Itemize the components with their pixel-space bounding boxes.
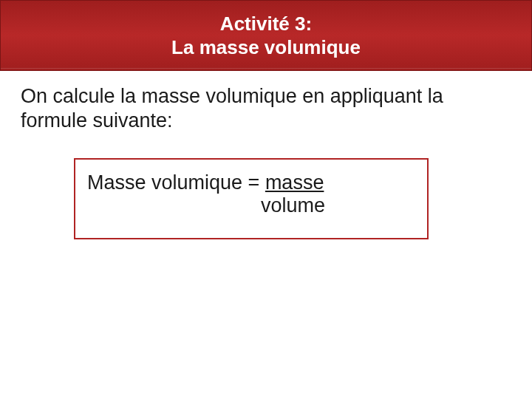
formula-box: Masse volumique = masse volume <box>74 158 429 239</box>
intro-text: On calcule la masse volumique en appliqu… <box>0 71 532 139</box>
header-title-line2: La masse volumique <box>171 35 361 60</box>
header-title-line1: Activité 3: <box>220 12 312 36</box>
formula-numerator: masse <box>265 171 324 194</box>
slide-header: Activité 3: La masse volumique <box>0 0 532 71</box>
formula-line-1: Masse volumique = masse <box>87 171 420 194</box>
formula-denominator: volume <box>87 194 420 217</box>
formula-lhs: Masse volumique = <box>87 171 265 194</box>
